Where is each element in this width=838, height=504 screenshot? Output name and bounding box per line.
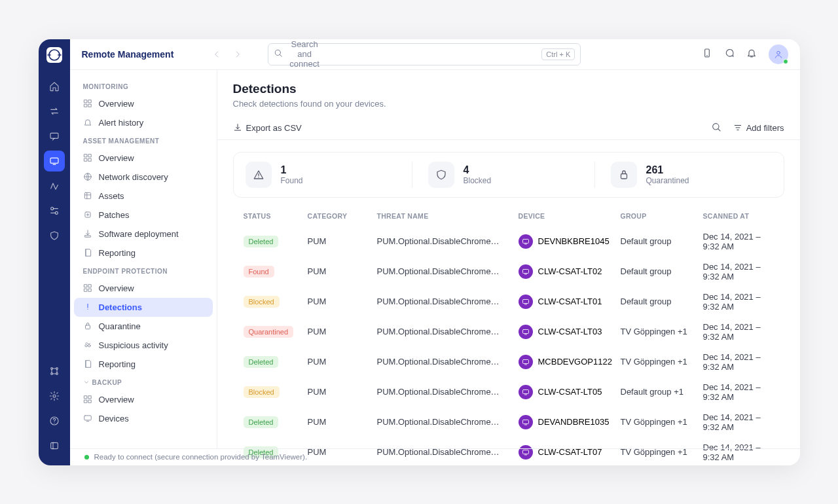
svg-rect-45 [522,359,528,363]
cell-group: Default group [621,297,699,306]
cell-group: Default group [621,236,699,246]
sidebar-section-label: ENDPOINT PROTECTION [74,262,213,279]
table-row[interactable]: BlockedPUMPUM.Optional.DisableChrome…CLW… [233,287,784,317]
sidebar-item-reporting[interactable]: Reporting [74,355,213,374]
svg-point-33 [88,344,90,347]
svg-rect-11 [50,442,58,448]
sidebar-item-detections[interactable]: Detections [74,298,213,317]
status-bar: Ready to connect (secure connection prov… [70,448,800,465]
rail-transfer[interactable] [44,101,65,122]
column-header[interactable]: STATUS [244,212,304,220]
sidebar-item-devices[interactable]: Devices [74,409,213,428]
messages-icon[interactable] [724,48,735,61]
user-avatar[interactable] [769,45,788,64]
sidebar-item-icon [83,153,92,162]
app-title: Remote Management [82,49,174,60]
column-header[interactable]: CATEGORY [308,212,373,220]
sidebar-item-software-deployment[interactable]: Software deployment [74,225,213,243]
sidebar-item-overview[interactable]: Overview [74,390,213,409]
column-header[interactable]: SCANNED AT [703,212,774,220]
svg-rect-47 [522,420,528,423]
stat-card: 4Blocked [412,162,589,188]
rail-security[interactable] [44,225,65,246]
svg-rect-19 [84,154,86,157]
svg-rect-46 [522,389,528,393]
device-icon [519,234,533,249]
sidebar-item-label: Reporting [99,359,136,369]
svg-rect-42 [522,269,528,273]
cell-category: PUM [308,387,373,397]
sidebar-item-icon [83,340,92,350]
notifications-icon[interactable] [746,48,757,61]
rail-workflow[interactable] [44,175,65,196]
cell-group: Default group +1 [621,387,699,397]
device-icon [519,325,533,339]
online-indicator [783,59,788,64]
search-table-icon[interactable] [711,122,721,134]
rail-automation[interactable] [44,200,65,221]
sidebar-section-label[interactable]: BACKUP [74,374,213,390]
table-row[interactable]: DeletedPUMPUM.Optional.DisableChrome…DEV… [233,226,784,257]
sidebar-item-icon [83,210,92,219]
stats-cards: 1Found4Blocked261Quarantined [233,152,784,198]
table-row[interactable]: DeletedPUMPUM.Optional.DisableChrome…MCB… [233,347,784,377]
device-icon[interactable] [702,48,712,61]
status-badge: Deleted [244,416,279,428]
column-header[interactable]: THREAT NAME [377,212,515,220]
stat-value: 261 [646,164,689,176]
main-body: Remote Management Search and connect Ctr… [70,39,800,465]
table-row[interactable]: QuarantinedPUMPUM.Optional.DisableChrome… [233,317,784,347]
svg-rect-36 [84,400,86,403]
search-kbd: Ctrl + K [541,48,575,60]
sidebar-item-icon [83,248,92,257]
svg-rect-34 [84,396,86,399]
search-input[interactable]: Search and connect Ctrl + K [268,43,581,65]
rail-integrations[interactable] [44,361,65,382]
sidebar-item-overview[interactable]: Overview [74,94,213,113]
sidebar-item-label: Reporting [99,248,136,258]
stat-label: Blocked [464,176,492,185]
sidebar-item-overview[interactable]: Overview [74,279,213,298]
svg-rect-15 [84,100,86,103]
svg-point-4 [55,211,58,214]
app-logo[interactable] [46,47,62,63]
sidebar-item-reporting[interactable]: Reporting [74,243,213,262]
sidebar-item-icon [83,191,92,200]
sidebar-item-label: Detections [99,302,142,312]
rail-settings[interactable] [44,386,65,406]
status-badge: Quarantined [244,326,294,338]
svg-point-14 [776,51,780,54]
rail-collapse[interactable] [44,435,65,456]
cell-threat: PUM.Optional.DisableChrome… [377,387,515,397]
column-header[interactable]: GROUP [621,212,699,220]
rail-remote-mgmt[interactable] [44,151,65,171]
rail-home[interactable] [44,76,65,97]
sidebar-item-quarantine[interactable]: Quarantine [74,317,213,336]
sidebar-item-alert-history[interactable]: Alert history [74,113,213,132]
add-filters-button[interactable]: Add filters [733,123,784,133]
column-header[interactable]: DEVICE [519,212,617,220]
nav-forward[interactable] [230,46,246,62]
svg-point-9 [53,395,56,397]
sidebar-item-icon [83,414,92,423]
rail-chat[interactable] [44,126,65,147]
cell-scanned: Dec 14, 2021 – 9:32 AM [703,232,774,251]
rail-help[interactable] [44,410,65,431]
table-row[interactable]: FoundPUMPUM.Optional.DisableChrome…CLW-C… [233,257,784,287]
table-header: STATUSCATEGORYTHREAT NAMEDEVICEGROUPSCAN… [233,206,784,226]
sidebar-item-icon [83,283,92,293]
stat-label: Quarantined [646,176,689,185]
table-row[interactable]: BlockedPUMPUM.Optional.DisableChrome…CLW… [233,377,784,407]
sidebar-item-network-discovery[interactable]: Network discovery [74,168,213,187]
main-panel: Detections Check detections found on you… [217,70,800,448]
sidebar-item-icon [83,118,92,127]
sidebar-item-patches[interactable]: Patches [74,206,213,225]
table-row[interactable]: DeletedPUMPUM.Optional.DisableChrome…DEV… [233,407,784,437]
cell-device: DEVANDBRE1035 [519,415,617,429]
export-csv-button[interactable]: Export as CSV [233,123,302,133]
nav-back[interactable] [209,46,225,62]
sidebar-item-suspicious-activity[interactable]: Suspicious activity [74,336,213,355]
status-badge: Blocked [244,296,280,308]
sidebar-item-overview[interactable]: Overview [74,149,213,168]
sidebar-item-assets[interactable]: Assets [74,187,213,206]
